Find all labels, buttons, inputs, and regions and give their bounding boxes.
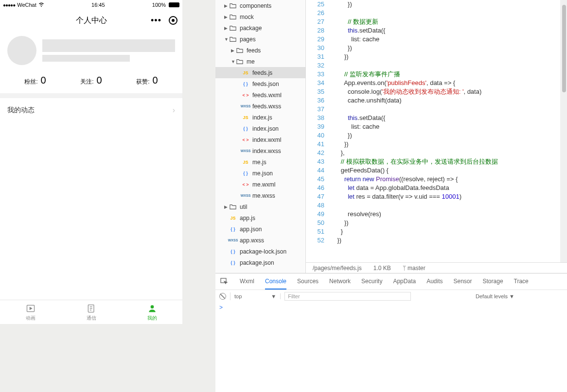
- editor-vertical-scrollbar[interactable]: [560, 0, 567, 262]
- tree-arrow-icon: ▼: [224, 37, 229, 42]
- devtools-tab-console[interactable]: Console: [265, 274, 286, 290]
- capsule-close-button[interactable]: [169, 16, 177, 25]
- devtools-tab-sensor[interactable]: Sensor: [454, 274, 472, 290]
- stat-value: 0: [41, 75, 46, 86]
- stat-label: 粉丝:: [24, 78, 37, 86]
- tab-1[interactable]: 通信: [61, 300, 122, 324]
- nav-bar: 个人中心 •••: [0, 10, 182, 31]
- tree-item-pages[interactable]: ▼pages: [215, 34, 305, 45]
- devtools-tab-storage[interactable]: Storage: [483, 274, 503, 290]
- json-icon: { }: [242, 125, 249, 133]
- folder-icon: [236, 58, 244, 66]
- folder-icon: [229, 2, 237, 10]
- tree-item-feeds-js[interactable]: JSfeeds.js: [215, 67, 305, 78]
- tree-arrow-icon: ▶: [224, 15, 229, 19]
- tree-label: index.js: [252, 114, 272, 121]
- tree-item-mock[interactable]: ▶mock: [215, 11, 305, 22]
- clear-console-icon[interactable]: [219, 293, 226, 300]
- inspect-icon[interactable]: [220, 277, 229, 286]
- devtools-tab-network[interactable]: Network: [329, 274, 351, 290]
- code-content[interactable]: }) // 数据更新 this.setData({ list: cache })…: [330, 0, 567, 262]
- tree-item-package-lock-json[interactable]: { }package-lock.json: [215, 246, 305, 257]
- tree-arrow-icon: ▶: [231, 48, 236, 53]
- tree-item-components[interactable]: ▶components: [215, 0, 305, 11]
- tree-label: app.js: [240, 215, 255, 222]
- json-icon: { }: [229, 259, 237, 267]
- tab-label: 通信: [87, 315, 96, 322]
- tree-item-feeds[interactable]: ▶feeds: [215, 45, 305, 56]
- tree-item-package[interactable]: ▶package: [215, 22, 305, 34]
- tree-arrow-icon: ▼: [231, 59, 236, 64]
- dropdown-icon: ▼: [271, 293, 276, 299]
- tree-item-util[interactable]: ▶util: [215, 201, 305, 212]
- tree-label: app.json: [240, 226, 262, 233]
- chevron-right-icon: ›: [173, 106, 175, 115]
- tree-item-app-wxss[interactable]: WXSSapp.wxss: [215, 235, 305, 246]
- tree-label: package.json: [240, 259, 274, 266]
- tab-icon: [86, 303, 97, 314]
- devtools-tab-wxml[interactable]: Wxml: [240, 274, 254, 290]
- console-body[interactable]: >: [215, 302, 567, 392]
- devtools-tab-trace[interactable]: Trace: [514, 274, 529, 290]
- tree-item-feeds-json[interactable]: { }feeds.json: [215, 78, 305, 89]
- tree-label: components: [240, 2, 271, 9]
- tab-bar: 动画通信我的: [0, 300, 182, 324]
- avatar[interactable]: [7, 36, 36, 65]
- profile-section: 粉丝:0关注:0获赞:0: [0, 31, 182, 93]
- tree-label: me.js: [252, 159, 266, 166]
- devtools-tab-audits[interactable]: Audits: [426, 274, 443, 290]
- tree-label: package: [240, 25, 262, 32]
- devtools-tab-appdata[interactable]: AppData: [393, 274, 416, 290]
- tree-label: pages: [240, 36, 256, 43]
- tree-item-package-json[interactable]: { }package.json: [215, 257, 305, 268]
- tree-item-me-json[interactable]: { }me.json: [215, 168, 305, 179]
- console-toolbar: top ▼ Filter Default levels ▼: [215, 290, 567, 302]
- folder-icon: [236, 47, 244, 54]
- wxss-icon: WXSS: [242, 192, 249, 200]
- code-editor[interactable]: 2526272829303132333435363738394041424344…: [306, 0, 567, 262]
- tree-item-app-json[interactable]: { }app.json: [215, 223, 305, 235]
- stat-item[interactable]: 关注:0: [80, 75, 102, 86]
- js-icon: JS: [242, 158, 249, 166]
- wxml-icon: < >: [242, 181, 249, 188]
- stat-item[interactable]: 粉丝:0: [24, 75, 46, 86]
- tree-item-index-wxml[interactable]: < >index.wxml: [215, 134, 305, 145]
- tree-item-index-json[interactable]: { }index.json: [215, 123, 305, 134]
- tree-item-app-js[interactable]: JSapp.js: [215, 212, 305, 223]
- tab-2[interactable]: 我的: [122, 300, 182, 324]
- devtools-tabs: WxmlConsoleSourcesNetworkSecurityAppData…: [215, 273, 567, 290]
- filter-input[interactable]: Filter: [284, 292, 411, 301]
- tree-label: package-lock.json: [240, 248, 286, 255]
- stat-label: 关注:: [80, 78, 93, 86]
- stats-row: 粉丝:0关注:0获赞:0: [7, 75, 175, 86]
- stat-item[interactable]: 获赞:0: [136, 75, 158, 86]
- js-icon: JS: [242, 69, 249, 77]
- clock-label: 16:45: [91, 2, 105, 8]
- file-explorer[interactable]: ▶components▶mock▶package▼pages▶feeds▼meJ…: [215, 0, 306, 273]
- tree-arrow-icon: ▶: [224, 205, 229, 209]
- tree-item-feeds-wxss[interactable]: WXSSfeeds.wxss: [215, 101, 305, 112]
- capsule-menu-button[interactable]: •••: [150, 15, 162, 26]
- nickname-placeholder: [42, 39, 175, 52]
- js-icon: JS: [242, 114, 249, 121]
- tree-item-feeds-wxml[interactable]: < >feeds.wxml: [215, 89, 305, 101]
- log-levels-select[interactable]: Default levels ▼: [476, 293, 514, 299]
- tree-item-index-wxss[interactable]: WXSSindex.wxss: [215, 145, 305, 156]
- tree-item-me[interactable]: ▼me: [215, 56, 305, 67]
- tree-item-me-js[interactable]: JSme.js: [215, 156, 305, 168]
- context-select[interactable]: top ▼: [234, 293, 281, 299]
- tree-item-me-wxml[interactable]: < >me.wxml: [215, 179, 305, 190]
- page-title: 个人中心: [76, 16, 107, 26]
- tree-item-me-wxss[interactable]: WXSSme.wxss: [215, 190, 305, 201]
- line-gutter: 2526272829303132333435363738394041424344…: [306, 0, 330, 262]
- json-icon: { }: [242, 170, 249, 177]
- my-feeds-row[interactable]: 我的动态 ›: [0, 98, 182, 122]
- devtools-tab-security[interactable]: Security: [361, 274, 382, 290]
- tree-label: feeds.wxml: [252, 92, 282, 99]
- tab-0[interactable]: 动画: [0, 300, 61, 324]
- tree-label: mock: [240, 14, 254, 20]
- tree-item-index-js[interactable]: JSindex.js: [215, 112, 305, 123]
- json-icon: { }: [242, 80, 249, 88]
- devtools-tab-sources[interactable]: Sources: [297, 274, 319, 290]
- file-size: 1.0 KB: [373, 265, 391, 272]
